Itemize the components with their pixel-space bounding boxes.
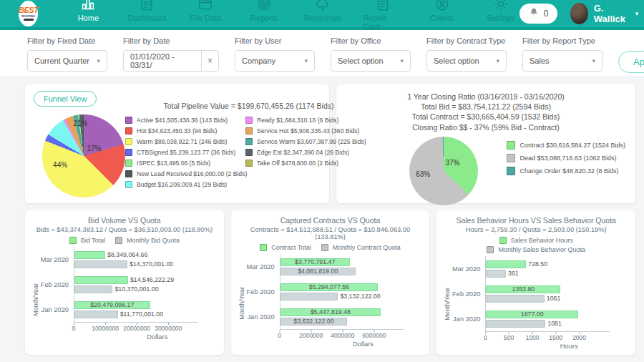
- bar-value-label: 1081: [547, 320, 562, 327]
- legend-text: Active $41,505,430.36 (143 Bids): [137, 117, 228, 124]
- logo-bar: [24, 19, 34, 21]
- chart-subtitle: Hours = 3,759.30 / Quota = 2,503.00 (150…: [444, 226, 628, 233]
- legend-swatch-icon: [125, 160, 132, 167]
- nav-item-dashboard[interactable]: Dashboard: [128, 0, 165, 31]
- filter-by-report-type-select[interactable]: Sales▾: [522, 50, 602, 72]
- company-logo[interactable]: BEST ROOFING: [19, 1, 38, 26]
- nav-item-label: Home: [78, 14, 99, 22]
- logo-text: BEST: [19, 6, 38, 14]
- category-label: Jan 2020: [452, 315, 480, 323]
- legend-swatch-icon: [245, 127, 253, 134]
- filter-by-fixed-date-select[interactable]: Current Quarter▾: [27, 50, 107, 72]
- chevron-down-icon: ▾: [304, 57, 308, 64]
- nav-item-reports[interactable]: Reports: [245, 0, 283, 31]
- legend-swatch-icon: [507, 154, 515, 162]
- nav-item-clients[interactable]: Clients: [424, 0, 461, 31]
- legend-text: Service Hot $5,908,335.43 (360 Bids): [257, 127, 359, 134]
- y-categories: Mar 2020Feb 2020Jan 2020: [246, 254, 280, 330]
- chart-title: Sales Behavior Hours VS Sales Behavior Q…: [444, 216, 628, 225]
- x-tick-label: 2000000: [299, 332, 323, 339]
- bar: 1677.00: [486, 310, 578, 318]
- x-tick-label: 1000: [526, 334, 540, 341]
- bar-group: $5,294,077.56$3,132,122.00: [280, 283, 404, 300]
- legend-text: Warm $88,038,922.71 (246 Bids): [137, 138, 227, 145]
- nav-item-settings[interactable]: Settings: [482, 0, 519, 31]
- bar-group: 1677.001081: [486, 310, 610, 328]
- legend-swatch-icon: [260, 244, 267, 251]
- pie-percent-label: 63%: [416, 170, 430, 178]
- chart-legend: Contract TotalMonthly Contract Quota: [260, 244, 400, 251]
- bar-value-label: $10,370,001.00: [114, 285, 158, 293]
- logo-subtext: ROOFING: [21, 15, 35, 18]
- nav-item-resources[interactable]: Resources: [304, 0, 341, 31]
- legend-item: Monthly Sales Behavior Quota: [487, 246, 585, 253]
- legend-item: Monthly Bid Quota: [115, 237, 180, 244]
- legend-text: Dead $53,088,716.63 (1062 Bids): [519, 155, 616, 162]
- legend-item: Active $41,505,430.36 (143 Bids): [125, 117, 241, 124]
- legend-item: Change Order $48,820.32 (8 Bids): [507, 167, 625, 175]
- bid-volume-card: Bid Volume VS Quota Bids = $43,374,383.1…: [25, 210, 224, 355]
- category-label: Feb 2020: [40, 281, 69, 288]
- closing-ratio-titles: 1 Year Closing Ratio (03/16/2019 - 03/16…: [343, 92, 628, 132]
- bar-group: $20,479,096.17$11,770,001.00: [74, 301, 198, 318]
- x-axis-label: Hours: [528, 343, 610, 350]
- report-card-icon: [375, 0, 391, 12]
- x-tick-label: 0: [484, 334, 487, 341]
- legend-swatch-icon: [507, 141, 515, 150]
- plot-area: 728.503611353.8010611677.001081: [485, 256, 610, 332]
- filter-group-filter-by-fixed-date: Filter by Fixed DateCurrent Quarter▾: [27, 36, 107, 76]
- notification-count: 0: [544, 9, 549, 19]
- chart-legend: Sales Behavior HoursMonthly Sales Behavi…: [454, 237, 618, 253]
- x-tick-label: 30000000: [155, 325, 182, 332]
- nav-item-label: Settings: [487, 14, 515, 22]
- bar: 1061: [486, 295, 544, 303]
- pipeline-title: Total Pipeline Value = $199,670,455.26 (…: [125, 102, 372, 110]
- legend-text: CTBSigned $5,239,123.77 (36 Bids): [137, 149, 235, 156]
- bar-value-label: $14,370,001.00: [130, 260, 173, 268]
- bar: $5,447,819.48: [280, 308, 381, 316]
- x-tick-label: 1500: [549, 334, 562, 341]
- nav-item-report-card[interactable]: Report Card: [363, 0, 401, 31]
- filter-group-filter-by-contract-type: Filter by Contract TypeSelect option▾: [426, 36, 507, 76]
- filter-by-user-select[interactable]: Company▾: [235, 50, 315, 72]
- nav-item-file-data[interactable]: File Data: [187, 0, 224, 31]
- chevron-down-icon: ▾: [635, 10, 639, 17]
- notifications-button[interactable]: 0: [519, 4, 558, 24]
- apply-button[interactable]: Apply: [618, 51, 644, 73]
- legend-text: Service Warm $3,607,387.99 (225 Bids): [257, 138, 366, 145]
- pie-percent-label: 17%: [87, 144, 101, 152]
- legend-item: Ready $1,684,310.16 (6 Bids): [245, 117, 372, 124]
- date-range-input[interactable]: 01/01/2020 - 03/31/×: [123, 50, 219, 72]
- x-tick-label: 500: [504, 334, 514, 341]
- bar-group: $14,546,222.29$10,370,001.00: [74, 276, 198, 293]
- pipeline-pie-chart[interactable]: [42, 114, 125, 197]
- bar: $3,132,122.00: [280, 293, 338, 300]
- bar: $11,770,001.00: [74, 310, 118, 318]
- bar: $4,081,819.00: [280, 268, 356, 275]
- sales-behavior-card: Sales Behavior Hours VS Sales Behavior Q…: [436, 210, 635, 355]
- filter-by-contract-type-select[interactable]: Select option▾: [426, 50, 507, 72]
- filter-value: 01/01/2020 - 03/31/: [130, 52, 195, 69]
- date-clear-button[interactable]: ×: [201, 51, 218, 71]
- filter-by-office-select[interactable]: Select option▾: [331, 50, 411, 72]
- bar-value-label: $14,546,222.29: [130, 276, 174, 283]
- legend-text: Contract $30,616,584.27 (1524 Bids): [519, 142, 625, 149]
- pie-percent-label: 21%: [73, 119, 87, 127]
- legend-item: Sales Behavior Hours: [499, 237, 573, 244]
- filter-label: Filter by Date: [123, 36, 219, 45]
- legend-text: Take Off $478,600.00 (2 Bids): [257, 160, 338, 167]
- bar-value-label: 1677.00: [521, 310, 544, 318]
- closing-title-line4: Closing Ratio $$ - 37% (59% Bid - Contra…: [343, 122, 628, 132]
- x-tick-label: 0: [278, 332, 281, 339]
- closing-pie-wrap: 37%63%: [409, 137, 478, 205]
- legend-swatch-icon: [499, 237, 507, 244]
- filter-label: Filter by Contract Type: [426, 36, 507, 45]
- pipeline-legend: Active $41,505,430.36 (143 Bids)Hot $34,…: [125, 117, 372, 188]
- legend-text: ISPEC $13,495.06 (5 Bids): [137, 160, 210, 167]
- nav-item-label: Report Card: [363, 14, 401, 31]
- chart-title: Captured Contracts VS Quota: [238, 216, 423, 225]
- bar: $8,349,064.66: [74, 251, 105, 259]
- closing-legend: Contract $30,616,584.27 (1524 Bids)Dead …: [507, 137, 625, 175]
- user-menu[interactable]: G. Wallick ▾: [570, 3, 638, 24]
- nav-item-home[interactable]: Home: [69, 0, 107, 31]
